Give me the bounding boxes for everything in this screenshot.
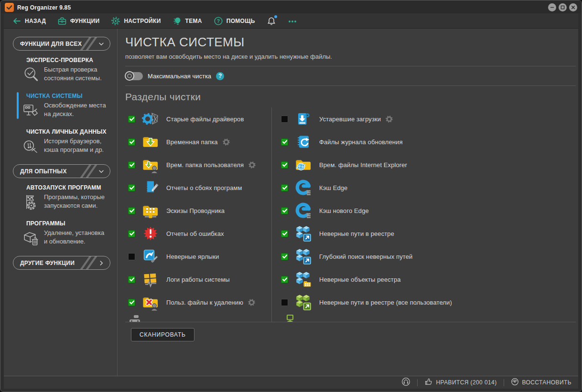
sidebar-item-title: АВТОЗАПУСК ПРОГРАММ [26, 184, 113, 191]
like-label: НРАВИТСЯ (200 014) [436, 379, 496, 386]
cleanup-item-label: Старые файлы драйверов [166, 116, 244, 123]
checkbox[interactable] [128, 184, 135, 191]
cleanup-item-folder-download[interactable]: Временная папка [128, 130, 271, 153]
cleanup-item-partial-green[interactable] [281, 314, 576, 322]
cleanup-item-cubes-shortcut[interactable]: Неверные пути в реестре [281, 222, 576, 245]
svg-text:?: ? [216, 18, 220, 24]
item-settings-gear-icon[interactable] [248, 299, 255, 306]
sidebar-group-1[interactable]: ДЛЯ ОПЫТНЫХ [13, 164, 110, 178]
support-button[interactable] [399, 377, 413, 388]
partial-green-icon [281, 315, 299, 322]
maximize-button[interactable] [559, 3, 567, 11]
nav-notifications[interactable] [267, 16, 276, 26]
sidebar-item-programs[interactable]: ПРОГРАММЫУдаление, установкаи обновление… [4, 220, 117, 247]
magnifier-check-icon [22, 65, 40, 84]
item-settings-gear-icon[interactable] [386, 116, 393, 123]
checkbox[interactable] [281, 161, 288, 169]
driver-gear-web-icon [141, 110, 160, 128]
cleanup-item-partial-grey[interactable] [128, 314, 271, 322]
help-question-icon[interactable]: ? [216, 72, 224, 80]
checkbox[interactable] [281, 276, 288, 283]
checkbox[interactable] [128, 230, 135, 237]
sidebar-item-system-cleanup[interactable]: ЧИСТКА СИСТЕМЫОсвобождение местана диска… [4, 93, 117, 119]
restore-button[interactable]: ВОССТАНОВИТЬ [508, 378, 574, 387]
divider [125, 85, 576, 86]
cleanup-item-error-burst[interactable]: Отчеты об ошибках [128, 222, 271, 245]
cleanup-item-label: Неверные ярлыки [166, 253, 219, 260]
cleanup-item-cubes-shortcut[interactable]: Глубокий поиск неверных путей [281, 245, 576, 268]
sidebar-item-title: ЧИСТКА СИСТЕМЫ [26, 93, 113, 99]
sidebar-item-express-check[interactable]: ЭКСПРЕСС-ПРОВЕРКАБыстрая проверкасостоян… [4, 57, 117, 84]
cleanup-item-driver-gear-web[interactable]: Старые файлы драйверов [128, 107, 271, 130]
checkbox[interactable] [281, 299, 288, 306]
separator [504, 379, 504, 386]
cleanup-item-folder-delete-user[interactable]: Польз. файлы к удалению [128, 291, 271, 314]
cleanup-item-windows-pulse[interactable]: Логи работы системы [128, 268, 271, 291]
nav-functions[interactable]: ФУНКЦИИ [57, 16, 99, 26]
cleanup-item-label: Кэш нового Edge [319, 207, 369, 214]
checkbox[interactable] [128, 207, 135, 214]
checkbox[interactable] [128, 116, 135, 123]
cleanup-item-edge-logo[interactable]: Кэш нового Edge [281, 199, 576, 222]
cleanup-item-folder-globe[interactable]: Врем. файлы Internet Explorer [281, 153, 576, 176]
app-logo-icon [5, 3, 14, 12]
page-subtitle: позволяет вам освободить место на диске … [125, 53, 576, 60]
checkbox[interactable] [128, 138, 135, 146]
nav-settings[interactable]: НАСТРОЙКИ [111, 16, 161, 26]
group-label: ДЛЯ ОПЫТНЫХ [20, 168, 67, 175]
sidebar-item-private-data-cleanup[interactable]: ЧИСТКА ЛИЧНЫХ ДАННЫХИстория браузеров,кэ… [4, 128, 117, 155]
checkbox[interactable] [281, 253, 288, 260]
stripes-decoration [85, 256, 93, 270]
nav-back[interactable]: НАЗАД [12, 16, 46, 26]
cleanup-item-scroll-download[interactable]: Устаревшие загрузки [281, 107, 576, 130]
cleanup-item-cubes-green-shortcut[interactable]: Неверные пути в реестре (все пользовател… [281, 291, 576, 314]
item-settings-gear-icon[interactable] [248, 161, 256, 169]
checkbox[interactable] [128, 253, 135, 260]
chevron-down-icon [98, 41, 105, 47]
folder-download-icon [141, 133, 160, 151]
close-button[interactable] [569, 3, 577, 11]
nav-theme[interactable]: ТЕМА [172, 16, 202, 26]
checkbox[interactable] [128, 299, 135, 306]
sidebar-item-title: ЭКСПРЕСС-ПРОВЕРКА [26, 57, 113, 64]
nav-help[interactable]: ?ПОМОЩЬ [214, 16, 255, 26]
error-burst-icon [141, 224, 160, 243]
thumb-up-icon [424, 378, 432, 387]
report-pencil-icon [141, 179, 160, 197]
checkbox[interactable] [281, 230, 288, 237]
sidebar-item-desc: История браузеров,кэша программ и др. [44, 137, 104, 155]
partial-grey-icon [128, 315, 146, 322]
checkbox[interactable] [128, 161, 135, 169]
scan-button[interactable]: СКАНИРОВАТЬ [131, 328, 194, 341]
cleanup-item-notebook-refresh[interactable]: Файлы журнала обновления [281, 130, 576, 153]
nav-label: ПОМОЩЬ [226, 18, 255, 24]
edge-logo-icon [294, 179, 313, 197]
checkbox[interactable] [281, 116, 288, 123]
checkbox[interactable] [281, 138, 288, 146]
like-button[interactable]: НРАВИТСЯ (200 014) [422, 378, 499, 387]
checkbox[interactable] [128, 276, 135, 283]
cleanup-item-folder-thumbnails[interactable]: Эскизы Проводника [128, 199, 271, 222]
cleanup-item-report-pencil[interactable]: Отчеты о сбоях программ [128, 176, 271, 199]
cleanup-item-shortcut-tool[interactable]: Неверные ярлыки [128, 245, 271, 268]
sidebar-group-2[interactable]: ДРУГИЕ ФУНКЦИИ [13, 256, 110, 270]
cleanup-item-label: Временная папка [166, 138, 218, 146]
nav-more[interactable] [288, 16, 297, 26]
minimize-button[interactable] [548, 3, 556, 11]
cleanup-item-cubes-folder[interactable]: Неверные объекты реестра [281, 268, 576, 291]
cleanup-item-label: Отчеты об ошибках [166, 230, 224, 237]
cleanup-item-edge-logo[interactable]: Кэш Edge [281, 176, 576, 199]
arrow-left-icon [12, 16, 22, 26]
sidebar-group-0[interactable]: ФУНКЦИИ ДЛЯ ВСЕХ [13, 37, 110, 51]
lightbulb-icon [172, 16, 182, 26]
checkbox[interactable] [281, 207, 288, 214]
max-clean-toggle[interactable] [125, 72, 143, 80]
chevron-right-icon [98, 260, 105, 266]
cleanup-item-folder-download-user[interactable]: Врем. папка пользователя [128, 153, 271, 176]
cleanup-item-label: Устаревшие загрузки [319, 116, 381, 123]
status-bar: НРАВИТСЯ (200 014) ВОССТАНОВИТЬ [4, 376, 578, 389]
checkbox[interactable] [281, 184, 288, 191]
item-settings-gear-icon[interactable] [223, 138, 230, 146]
cleanup-item-label: Кэш Edge [319, 184, 347, 191]
sidebar-item-autorun-programs[interactable]: АВТОЗАПУСК ПРОГРАММПрограммы, которыезап… [4, 184, 117, 211]
